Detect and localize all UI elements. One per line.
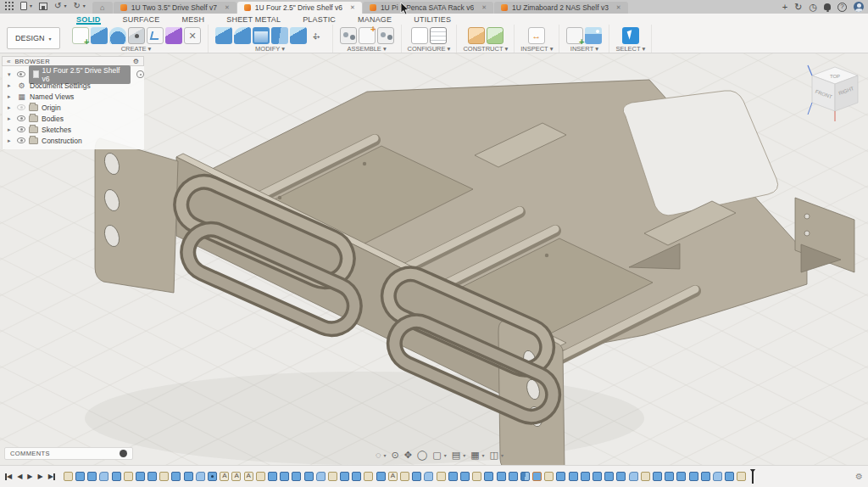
close-icon[interactable]: ✕: [347, 4, 355, 11]
expander-icon[interactable]: ▸: [8, 82, 14, 89]
pan-icon[interactable]: ✥: [404, 450, 412, 460]
visibility-eye-icon[interactable]: [17, 126, 25, 132]
timeline-feature-extrude[interactable]: [304, 472, 314, 481]
viewport-canvas[interactable]: TOP FRONT RIGHT « BROWSER ⚙ ▾ 1U Four 2.…: [0, 53, 868, 465]
timeline-playhead[interactable]: [752, 469, 754, 484]
timeline-feature-extrude[interactable]: [352, 472, 361, 481]
tool-group-label[interactable]: CONFIGURE ▾: [408, 45, 451, 53]
browser-options-icon[interactable]: ⚙: [133, 58, 139, 65]
chevron-down-icon[interactable]: ▾: [463, 452, 465, 458]
timeline-feature-extrude[interactable]: [616, 472, 626, 481]
create-sketch-icon[interactable]: [72, 27, 89, 44]
orbit-icon[interactable]: ◌: [376, 450, 381, 460]
visibility-eye-icon[interactable]: [17, 104, 25, 110]
timeline-feature-extrude[interactable]: [292, 472, 301, 481]
save-icon[interactable]: [39, 3, 47, 10]
close-icon[interactable]: ✕: [221, 4, 230, 11]
timeline-feature-extrude[interactable]: [75, 472, 85, 481]
construct-axis-icon[interactable]: [487, 27, 504, 44]
timeline-feature-extrude[interactable]: [184, 472, 193, 481]
timeline-feature-sketch[interactable]: [64, 472, 73, 481]
select-icon[interactable]: [622, 27, 639, 44]
step-back-button[interactable]: ◀: [17, 473, 22, 480]
timeline-feature-text[interactable]: [231, 472, 241, 481]
profile-avatar[interactable]: [854, 2, 864, 12]
go-to-end-button[interactable]: ▶: [48, 473, 55, 480]
fillet-icon[interactable]: [234, 27, 251, 44]
ribbon-tab-utilities[interactable]: UTILITIES: [414, 15, 451, 25]
timeline-feature-extrude[interactable]: [593, 472, 602, 481]
collapse-panel-icon[interactable]: «: [7, 58, 10, 65]
timeline-settings-icon[interactable]: ⚙: [849, 472, 863, 481]
tool-group-label[interactable]: INSERT ▾: [570, 45, 598, 53]
browser-item-construction[interactable]: ▸Construction: [4, 135, 144, 146]
activate-component-radio[interactable]: [136, 70, 144, 78]
timeline-feature-extrude[interactable]: [497, 472, 506, 481]
file-menu-icon[interactable]: [20, 2, 27, 10]
play-button[interactable]: ▶: [27, 473, 32, 480]
sweep-icon[interactable]: [147, 27, 164, 44]
viewcube[interactable]: TOP FRONT RIGHT: [808, 65, 858, 121]
timeline-feature-extrude[interactable]: [340, 472, 349, 481]
timeline-feature-sketch[interactable]: [124, 472, 133, 481]
timeline-feature-fillet[interactable]: [99, 472, 108, 481]
hole-icon[interactable]: [128, 27, 145, 44]
look-at-icon[interactable]: ⊙: [392, 450, 399, 460]
timeline-feature-extrude[interactable]: [87, 472, 97, 481]
chevron-down-icon[interactable]: ▾: [384, 452, 387, 458]
timeline-feature-sketch[interactable]: [159, 472, 169, 481]
timeline-feature-extrude[interactable]: [725, 472, 734, 481]
timeline-feature-sketch[interactable]: [472, 472, 481, 481]
browser-item-named-views[interactable]: ▸▦Named Views: [4, 91, 144, 102]
browser-item-bodies[interactable]: ▸Bodies: [4, 113, 144, 124]
timeline-feature-extrude[interactable]: [448, 472, 458, 481]
timeline-feature-extrude[interactable]: [604, 472, 614, 481]
expander-icon[interactable]: ▾: [8, 71, 14, 78]
expander-icon[interactable]: ▸: [8, 104, 14, 111]
document-tab[interactable]: 1U Zimaboard 2 NAS Shelf v3✕: [494, 2, 628, 14]
undo-caret-icon[interactable]: ▾: [64, 2, 66, 10]
timeline-feature-extrude[interactable]: [376, 472, 386, 481]
job-status-icon[interactable]: ◷: [809, 2, 817, 12]
move-icon[interactable]: ↔↕: [309, 27, 326, 44]
timeline-feature-combine[interactable]: [520, 472, 530, 481]
timeline-feature-fillet[interactable]: [713, 472, 722, 481]
expander-icon[interactable]: ▸: [8, 93, 14, 100]
timeline-feature-sketch[interactable]: [641, 472, 650, 481]
tool-group-label[interactable]: CREATE ▾: [121, 45, 152, 53]
ribbon-tab-sheet-metal[interactable]: SHEET METAL: [226, 15, 281, 25]
timeline-feature-sketch[interactable]: [437, 472, 446, 481]
timeline-feature-sketch[interactable]: [256, 472, 265, 481]
visibility-eye-icon[interactable]: [17, 115, 25, 121]
tool-group-label[interactable]: SELECT ▾: [615, 45, 645, 53]
measure-icon[interactable]: [528, 27, 545, 44]
timeline-feature-extrude[interactable]: [556, 472, 565, 481]
timeline-feature-sketch[interactable]: [328, 472, 337, 481]
shell-icon[interactable]: [253, 27, 270, 44]
redo-icon[interactable]: ↻: [73, 2, 80, 10]
timeline-feature-fillet[interactable]: [316, 472, 326, 481]
browser-item-origin[interactable]: ▸Origin: [4, 102, 144, 113]
timeline-feature-extrude[interactable]: [484, 472, 493, 481]
timeline-feature-extrude[interactable]: [689, 472, 698, 481]
document-tab[interactable]: 1U Four 2.5" Drive Shelf v6✕: [237, 2, 362, 14]
display-settings-icon[interactable]: ▤: [452, 450, 460, 460]
grid-snaps-icon[interactable]: ▦: [470, 450, 479, 460]
timeline-feature-fillet[interactable]: [424, 472, 433, 481]
timeline-feature-extrude[interactable]: [171, 472, 181, 481]
timeline-feature-extrude[interactable]: [509, 472, 518, 481]
timeline-feature-extrude[interactable]: [280, 472, 289, 481]
timeline-feature-hole[interactable]: [208, 472, 217, 481]
timeline-feature-mirror[interactable]: [532, 472, 542, 481]
split-body-icon[interactable]: [184, 27, 201, 44]
timeline-feature-fillet[interactable]: [629, 472, 638, 481]
comment-bubble-icon[interactable]: [120, 450, 127, 457]
tool-group-label[interactable]: CONSTRUCT ▾: [463, 45, 508, 53]
config-table-icon[interactable]: [430, 27, 447, 44]
tool-group-label[interactable]: MODIFY ▾: [255, 45, 285, 53]
timeline-feature-extrude[interactable]: [653, 472, 662, 481]
timeline-feature-fillet[interactable]: [196, 472, 205, 481]
insert-derive-icon[interactable]: [566, 27, 583, 44]
ribbon-tab-solid[interactable]: SOLID: [76, 15, 101, 25]
timeline-feature-extrude[interactable]: [581, 472, 590, 481]
